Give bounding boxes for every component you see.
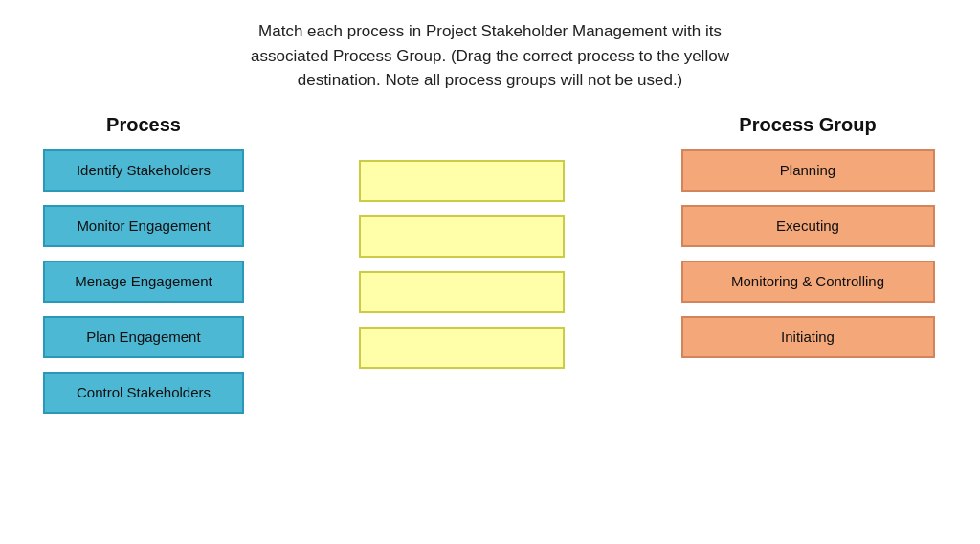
process-column-header: Process: [106, 114, 181, 136]
drop-zone-2[interactable]: [359, 215, 565, 258]
group-column-header: Process Group: [739, 114, 876, 136]
process-item-identify-stakeholders[interactable]: Identify Stakeholders: [43, 149, 244, 192]
process-item-menage-engagement[interactable]: Menage Engagement: [43, 261, 244, 303]
process-item-control-stakeholders[interactable]: Control Stakeholders: [43, 372, 244, 414]
group-item-monitoring-controlling: Monitoring & Controlling: [681, 261, 935, 303]
instructions: Match each process in Project Stakeholde…: [251, 19, 729, 93]
group-column: Process Group Planning Executing Monitor…: [674, 114, 942, 372]
columns-area: Process Identify Stakeholders Monitor En…: [38, 114, 942, 427]
drop-zone-4[interactable]: [359, 327, 565, 369]
group-item-initiating: Initiating: [681, 316, 935, 358]
group-item-executing: Executing: [681, 205, 935, 247]
page-container: Match each process in Project Stakeholde…: [0, 0, 980, 544]
process-column: Process Identify Stakeholders Monitor En…: [38, 114, 249, 427]
process-item-monitor-engagement[interactable]: Monitor Engagement: [43, 205, 244, 247]
drop-zones-column: [351, 160, 571, 382]
drop-zone-3[interactable]: [359, 271, 565, 313]
process-item-plan-engagement[interactable]: Plan Engagement: [43, 316, 244, 358]
drop-zone-1[interactable]: [359, 160, 565, 202]
instructions-line2: associated Process Group. (Drag the corr…: [251, 47, 729, 65]
instructions-line3: destination. Note all process groups wil…: [298, 71, 683, 89]
group-item-planning: Planning: [681, 149, 935, 192]
instructions-line1: Match each process in Project Stakeholde…: [258, 22, 722, 40]
